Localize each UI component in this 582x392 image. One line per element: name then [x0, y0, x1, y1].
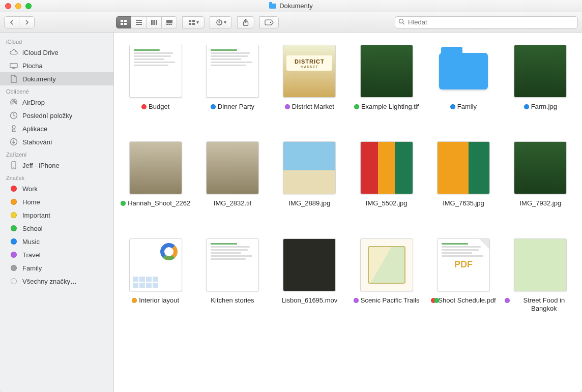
file-thumbnail: [437, 141, 490, 194]
file-item[interactable]: IMG_2832.tif: [196, 141, 269, 207]
file-item[interactable]: Dinner Party: [196, 45, 269, 111]
file-item[interactable]: Family: [427, 45, 500, 111]
sidebar-item-label: Aplikace: [22, 125, 47, 133]
file-thumbnail: [129, 238, 182, 291]
folder-icon: [269, 4, 276, 9]
clock-icon: [9, 112, 18, 119]
nav-group: [4, 16, 35, 28]
svg-point-21: [399, 19, 403, 23]
svg-rect-15: [192, 20, 195, 22]
file-label: Scenic Pacific Trails: [354, 296, 420, 305]
file-name: District Market: [292, 103, 334, 111]
gallery-view-button[interactable]: [162, 16, 177, 28]
file-item[interactable]: Hannah_Shoot_2262: [119, 141, 192, 207]
file-item[interactable]: DISTRICTMARKETDistrict Market: [273, 45, 346, 111]
sidebar-item[interactable]: School: [0, 222, 113, 235]
sidebar-item-label: Important: [22, 212, 50, 219]
sidebar-item[interactable]: Music: [0, 235, 113, 248]
window-title-text: Dokumenty: [279, 2, 313, 10]
file-thumbnail: [360, 141, 413, 194]
file-item[interactable]: IMG_2889.jpg: [273, 141, 346, 207]
file-item[interactable]: Interior layout: [119, 238, 192, 313]
tag-dots-icon: [431, 298, 436, 303]
forward-button[interactable]: [19, 16, 35, 28]
tag-dot-icon: [354, 298, 359, 303]
file-item[interactable]: Budget: [119, 45, 192, 111]
search-input[interactable]: [408, 18, 574, 26]
svg-rect-16: [189, 23, 191, 25]
tag-dot-icon: [121, 201, 126, 206]
minimize-button[interactable]: [15, 3, 21, 9]
sidebar-item[interactable]: Travel: [0, 248, 113, 261]
file-thumbnail: [360, 238, 413, 291]
content-area: BudgetDinner PartyDISTRICTMARKETDistrict…: [114, 33, 582, 392]
download-icon: [9, 138, 18, 145]
action-menu-button[interactable]: ▾: [210, 16, 232, 28]
maximize-button[interactable]: [25, 3, 32, 9]
icon-view-button[interactable]: [116, 16, 131, 28]
sidebar-item[interactable]: Poslední položky: [0, 109, 113, 122]
file-item[interactable]: Farm.jpg: [504, 45, 577, 111]
file-thumbnail: [283, 238, 336, 291]
sidebar-item[interactable]: Dokumenty: [0, 72, 113, 85]
sidebar-item-label: Travel: [22, 251, 41, 259]
file-label: Street Food in Bangkok: [505, 296, 576, 313]
file-thumbnail: [206, 141, 259, 194]
column-view-button[interactable]: [147, 16, 162, 28]
sidebar-item[interactable]: Všechny značky…: [0, 275, 113, 288]
sidebar-item[interactable]: iCloud Drive: [0, 46, 113, 59]
file-item[interactable]: Street Food in Bangkok: [504, 238, 577, 313]
sidebar-item[interactable]: Stahování: [0, 135, 113, 148]
svg-point-20: [270, 21, 272, 23]
file-label: Hannah_Shoot_2262: [121, 199, 190, 207]
chevron-down-icon: ▾: [196, 19, 199, 25]
file-item[interactable]: IMG_7635.jpg: [427, 141, 500, 207]
svg-rect-11: [166, 24, 168, 25]
airdrop-icon: [9, 99, 18, 106]
file-item[interactable]: PDFShoot Schedule.pdf: [427, 238, 500, 313]
file-label: District Market: [285, 103, 334, 111]
sidebar-item[interactable]: Plocha: [0, 59, 113, 72]
file-label: Example Lighting.tif: [354, 103, 419, 111]
back-button[interactable]: [4, 16, 19, 28]
sidebar-item[interactable]: Aplikace: [0, 122, 113, 135]
sidebar-item[interactable]: Family: [0, 261, 113, 275]
svg-rect-0: [121, 20, 123, 22]
edit-tags-button[interactable]: [259, 16, 279, 28]
sidebar-item-label: iCloud Drive: [22, 49, 59, 56]
file-item[interactable]: Scenic Pacific Trails: [350, 238, 423, 313]
sidebar-item[interactable]: Work: [0, 182, 113, 195]
list-view-button[interactable]: [131, 16, 147, 28]
arrange-group: ▾: [182, 16, 205, 28]
sidebar-item[interactable]: Jeff - iPhone: [0, 159, 113, 172]
sidebar-section-header: Značek: [0, 172, 113, 182]
sidebar-item[interactable]: AirDrop: [0, 96, 113, 109]
svg-point-25: [13, 101, 15, 103]
search-field[interactable]: [395, 16, 578, 28]
sidebar-section-header: Zařízení: [0, 148, 113, 159]
file-item[interactable]: Lisbon_61695.mov: [273, 238, 346, 313]
file-name: Street Food in Bangkok: [512, 296, 576, 313]
tag-dot-icon: [9, 198, 18, 205]
file-thumbnail: [514, 238, 567, 291]
arrange-button[interactable]: ▾: [182, 16, 205, 28]
file-item[interactable]: Example Lighting.tif: [350, 45, 423, 111]
share-button[interactable]: [237, 16, 254, 28]
sidebar-item[interactable]: Important: [0, 208, 113, 222]
file-item[interactable]: IMG_7932.jpg: [504, 141, 577, 207]
tag-dot-icon: [9, 185, 18, 192]
file-item[interactable]: Kitchen stories: [196, 238, 269, 313]
svg-rect-6: [136, 24, 142, 25]
sidebar: iCloudiCloud DrivePlochaDokumentyOblíben…: [0, 33, 114, 392]
chevron-down-icon: ▾: [224, 19, 226, 25]
tags-group: [259, 16, 279, 28]
sidebar-item-label: Plocha: [22, 62, 43, 70]
sidebar-item[interactable]: Home: [0, 195, 113, 208]
file-thumbnail: [129, 141, 182, 194]
file-label: IMG_2889.jpg: [288, 199, 330, 207]
close-button[interactable]: [5, 3, 11, 9]
desktop-icon: [9, 62, 18, 69]
file-name: IMG_7635.jpg: [443, 199, 484, 207]
window-controls: [5, 3, 32, 9]
file-item[interactable]: IMG_5502.jpg: [350, 141, 423, 207]
